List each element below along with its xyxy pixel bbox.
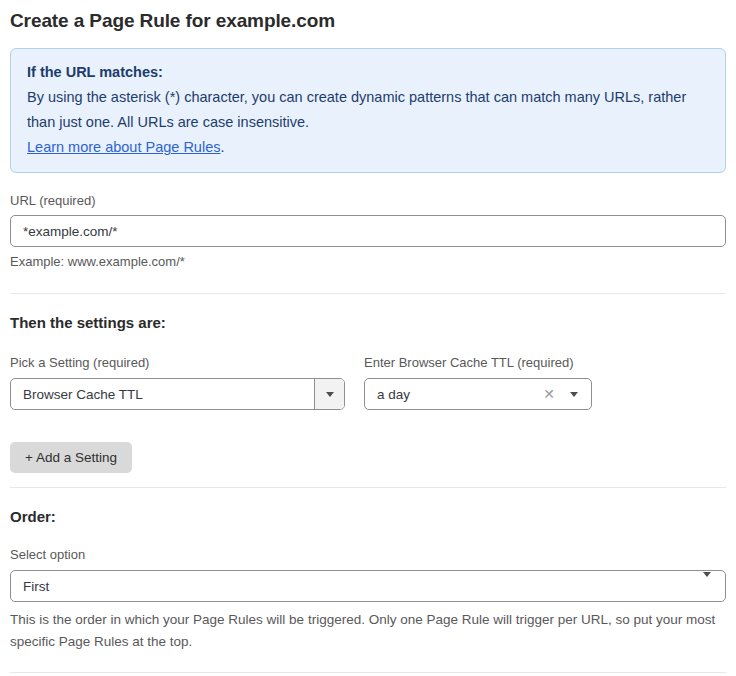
setting-picker-arrow-button[interactable] (314, 379, 344, 409)
learn-more-link[interactable]: Learn more about Page Rules (27, 139, 220, 155)
caret-down-icon (703, 572, 711, 594)
url-input[interactable] (10, 215, 726, 247)
url-field-label: URL (required) (10, 193, 726, 208)
order-select-value: First (11, 579, 703, 594)
divider (10, 672, 726, 673)
caret-down-icon (326, 392, 334, 397)
setting-picker-group: Pick a Setting (required) Browser Cache … (10, 355, 345, 410)
url-example-text: Example: www.example.com/* (10, 254, 726, 269)
url-match-info-box: If the URL matches: By using the asteris… (10, 48, 726, 173)
order-select[interactable]: First (10, 570, 726, 602)
info-box-body: By using the asterisk (*) character, you… (27, 85, 709, 135)
info-box-heading: If the URL matches: (27, 60, 709, 85)
ttl-picker-group: Enter Browser Cache TTL (required) a day… (364, 355, 592, 410)
order-select-label: Select option (10, 547, 726, 562)
divider (10, 293, 726, 294)
ttl-picker-icons: ✕ (543, 387, 591, 401)
link-period: . (220, 139, 224, 155)
ttl-picker-label: Enter Browser Cache TTL (required) (364, 355, 592, 370)
clear-icon[interactable]: ✕ (543, 387, 555, 401)
ttl-picker-value: a day (365, 387, 543, 402)
info-box-link-line: Learn more about Page Rules. (27, 135, 709, 160)
create-page-rule-form: Create a Page Rule for example.com If th… (0, 0, 736, 676)
settings-section-heading: Then the settings are: (10, 314, 726, 331)
setting-picker-label: Pick a Setting (required) (10, 355, 345, 370)
ttl-picker-select[interactable]: a day ✕ (364, 378, 592, 410)
order-select-caret-wrap (703, 577, 725, 595)
page-title: Create a Page Rule for example.com (10, 10, 726, 32)
setting-picker-value: Browser Cache TTL (11, 387, 314, 402)
caret-down-icon[interactable] (570, 392, 578, 397)
divider (10, 487, 726, 488)
add-setting-button[interactable]: + Add a Setting (10, 442, 132, 473)
order-help-text: This is the order in which your Page Rul… (10, 609, 726, 653)
order-section-heading: Order: (10, 508, 726, 525)
settings-fields-row: Pick a Setting (required) Browser Cache … (10, 355, 726, 410)
setting-picker-select[interactable]: Browser Cache TTL (10, 378, 345, 410)
